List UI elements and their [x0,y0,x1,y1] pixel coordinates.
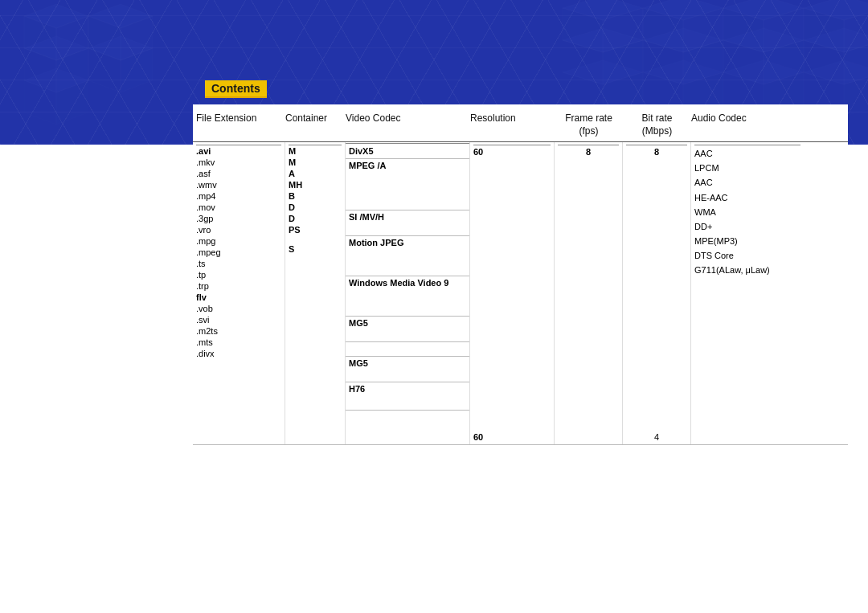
codec-h76: H76 [349,384,365,394]
audio-g711: G711(ALaw, μLaw) [694,263,800,277]
file-ext-asf: .asf [196,168,281,179]
container-3gp: D [289,213,342,224]
bitrate-mts: 4 [654,432,659,442]
container-mts [289,341,342,352]
container-avi: M [289,145,342,157]
file-ext-mts: .mts [196,337,281,348]
file-ext-flv: flv [196,292,281,303]
col-header-video-codec: Video Codec [346,112,470,137]
contents-label: Contents [205,80,267,98]
container-vro: PS [289,224,342,235]
file-ext-avi: .avi [196,145,281,157]
bitrate-avi: 8 [654,147,659,157]
container-vob-svi [289,315,342,329]
audio-wma: WMA [694,205,800,219]
framerate-avi: 8 [586,147,591,157]
codec-mg5-2: MG5 [349,358,368,368]
audio-mpe-mp3: MPE(MP3) [694,234,800,248]
audio-aac2: AAC [694,175,800,190]
file-ext-svi: .svi [196,314,281,325]
codec-mg5-1: MG5 [349,318,368,328]
audio-he-aac: HE-AAC [694,190,800,205]
resolution-mts: 60 [473,432,483,442]
container-mov: D [289,202,342,213]
container-mkv: M [289,157,342,168]
file-ext-ts: .ts [196,258,281,269]
file-ext-mp4: .mp4 [196,190,281,202]
codec-si-mv-h: SI /MV/H [349,212,384,222]
container-mpg-mpeg: S [289,235,342,264]
col-header-frame-rate: Frame rate(fps) [555,112,623,137]
audio-dd-plus: DD+ [694,219,800,234]
file-ext-vob: .vob [196,303,281,314]
codec-divx5: DivX5 [349,146,374,156]
audio-lpcm: LPCM [694,161,800,175]
frame-rate-column: 8 [555,142,623,444]
file-ext-3gp: .3gp [196,213,281,224]
file-ext-mov: .mov [196,202,281,213]
file-ext-divx: .divx [196,348,281,359]
resolution-avi: 60 [473,147,483,157]
codec-mpeg-a: MPEG /A [349,161,386,170]
col-header-bit-rate: Bit rate(Mbps) [623,112,691,137]
col-header-resolution: Resolution [470,112,555,137]
col-header-audio-codec: Audio Codec [691,112,804,137]
file-ext-tp: .tp [196,269,281,280]
container-m2ts [289,329,342,341]
container-ts [289,264,342,278]
video-codec-column: DivX5 MPEG /A SI /MV/H Motion JPEG Windo… [346,142,470,444]
audio-dts-core: DTS Core [694,248,800,263]
file-ext-mkv: .mkv [196,157,281,168]
audio-codec-column: AAC LPCM AAC HE-AAC WMA DD+ MPE(MP3) DTS… [691,142,804,444]
audio-aac: AAC [694,146,800,161]
container-tp [289,278,342,289]
codec-motion-jpeg: Motion JPEG [349,238,403,247]
bit-rate-column: 8 4 [623,142,691,444]
file-ext-mpeg: .mpeg [196,247,281,258]
container-trp [289,289,342,304]
codec-wmv9: Windows Media Video 9 [349,278,448,288]
container-asf: A [289,168,342,179]
col-header-file-ext: File Extension [193,112,285,137]
file-ext-m2ts: .m2ts [196,325,281,337]
container-flv [289,304,342,315]
col-header-container: Container [285,112,346,137]
file-ext-wmv: .wmv [196,179,281,190]
container-mp4: B [289,190,342,202]
container-divx [289,352,342,363]
resolution-column: 60 60 [470,142,555,444]
file-ext-trp: .trp [196,280,281,292]
container-wmv: MH [289,179,342,190]
container-column: M M A MH B D D PS S [285,142,346,444]
file-extensions-column: .avi .mkv .asf .wmv .mp4 .mov .3gp .vro … [193,142,285,444]
file-ext-vro: .vro [196,224,281,235]
file-ext-mpg: .mpg [196,235,281,247]
